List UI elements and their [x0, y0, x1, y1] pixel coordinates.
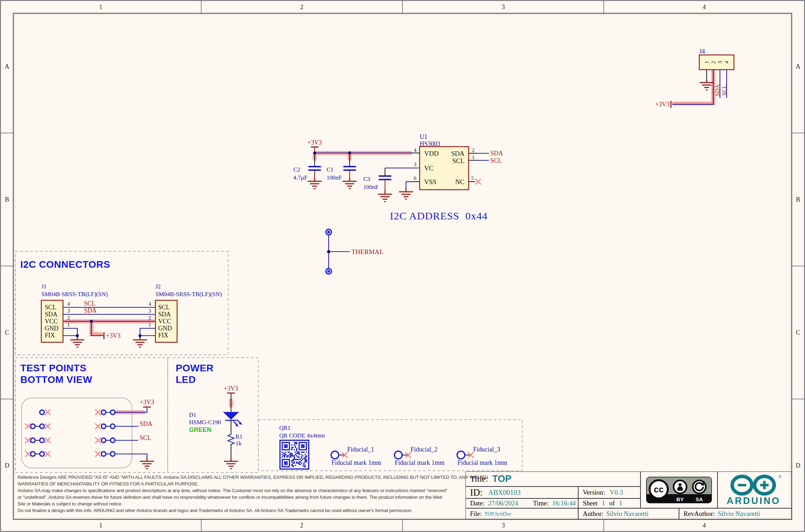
sheet-total: 1: [619, 499, 623, 507]
no-connect-x: [45, 410, 50, 415]
j2-pin-number: 2: [148, 315, 151, 321]
version-label: Version:: [583, 489, 605, 496]
sheet-title: TOP: [492, 474, 511, 484]
net-label-power: +3V3: [224, 385, 238, 392]
section-heading-bottom-view: BOTTOM VIEW: [20, 375, 92, 385]
u1-pin-number: 3: [414, 162, 416, 167]
section-heading-led: LED: [176, 375, 196, 385]
ground-symbol: [343, 178, 357, 189]
j2-pin-label: FIX: [158, 332, 168, 338]
fiducial-name: Fiducial_3: [473, 446, 500, 453]
thermal-pad: [326, 268, 331, 274]
author-value: Silvio Navaretti: [606, 510, 649, 518]
net-label-sda: SDA: [490, 150, 503, 156]
time-value: 16:16:44: [552, 499, 576, 507]
section-heading-test-points: TEST POINTS: [20, 363, 86, 373]
u1-pin-nc: NC: [455, 178, 464, 185]
zone-col-label: 2: [300, 4, 303, 10]
junction-dots: [76, 152, 351, 337]
j2-pin-label: SCL: [158, 304, 170, 310]
zone-col-label: 1: [99, 4, 103, 10]
j1-pin-label: SCL: [45, 304, 56, 310]
j4-refdes: J4: [699, 48, 705, 55]
j1-part: SM04B-SRSS-TB(LF)(SN): [41, 291, 108, 297]
c2-value: 4.7µF: [293, 175, 308, 181]
j1-pin-number: 4: [67, 301, 70, 307]
j2-pin-number: 4: [148, 301, 151, 307]
fiducial-name: Fiducial_2: [411, 446, 438, 453]
u1-pin-vc: VC: [424, 165, 433, 172]
id-value: ABX00103: [488, 489, 520, 497]
titleblock-id-cell: ID: ABX00103: [465, 486, 578, 498]
no-connect-x: [25, 451, 31, 457]
test-pad: [102, 452, 106, 456]
net-label-scl: SCL: [490, 158, 502, 164]
zone-col-label: 3: [502, 522, 505, 528]
thermal-pad: [326, 229, 331, 235]
u1-pin-number: 5: [471, 176, 474, 181]
zone-row-label: D: [5, 462, 9, 469]
ground-symbol: [308, 178, 322, 189]
net-label-sda: SDA: [714, 84, 720, 96]
net-highlights: [66, 71, 713, 412]
j1-pin-number: 2: [67, 315, 70, 321]
test-pad: [111, 410, 115, 415]
j2-part: SM04B-SRSS-TB(LF)(SN): [155, 291, 222, 297]
no-connect-x: [25, 424, 31, 429]
pin-stubs: [35, 70, 707, 458]
ground-symbol: [140, 458, 154, 469]
file-value: TOP.SchDoc: [484, 511, 512, 517]
date-value: 27/06/2024: [488, 499, 518, 507]
qr-label: QR CODE 4x4mm: [279, 433, 325, 439]
j1-pin-number: 3: [67, 308, 70, 314]
titleblock-version-cell: Version: V0.3: [578, 486, 640, 498]
titleblock-date-cell: Date: 27/06/2024 Time: 16:16:44: [465, 498, 578, 508]
titleblock-brand-cell: ® ARDUINO: [718, 471, 792, 508]
i2c-address-note: I2C ADDRESS 0x44: [390, 211, 488, 221]
schematic-sheet: 1 2 3 4 1 2 3 4 A B C D A B C D J4 1 2 3…: [0, 0, 805, 532]
led-symbol: [223, 412, 242, 427]
u1-pin-vdd: VDD: [424, 150, 439, 157]
legal-text-line: Arduino SA may make changes to specifica…: [18, 488, 447, 493]
d1-refdes: D1: [189, 412, 196, 418]
test-pad: [31, 424, 35, 429]
wires: [63, 70, 727, 458]
revauthor-label: RevAuthor:: [684, 510, 715, 518]
u1-pin-number: 2: [472, 148, 475, 153]
j2-refdes: J2: [155, 284, 161, 289]
sheet-label: Sheet: [583, 499, 597, 507]
net-label-scl: SCL: [721, 85, 727, 96]
ground-symbol: [224, 458, 238, 469]
j2-pin-label: VCC: [158, 318, 171, 324]
qr-refdes: QR1: [279, 425, 290, 431]
qr-code: [280, 440, 309, 469]
titleblock-sheet-cell: Sheet 1 of 1: [578, 498, 640, 508]
u1-pin-scl: SCL: [452, 158, 464, 164]
u1-part: HS3003: [420, 141, 440, 147]
no-connect-x: [95, 438, 101, 443]
j2-pin-number: 1: [148, 322, 151, 328]
test-pad: [111, 424, 115, 429]
test-pad: [40, 438, 44, 443]
test-pad: [31, 452, 35, 456]
revauthor-value: Silvio Navaretti: [718, 510, 760, 518]
test-pad: [31, 438, 35, 443]
zone-col-label: 4: [703, 4, 706, 10]
legal-text-line: WARRANTIES OF MERCHANTABILITY OR FITNESS…: [18, 482, 199, 486]
no-connect-x: [95, 451, 101, 457]
cc-sa-label: SA: [696, 496, 703, 502]
test-pad: [40, 410, 44, 415]
net-label-scl: SCL: [84, 300, 96, 307]
j2-pin-number: 3: [148, 308, 151, 314]
net-label-power: +3V3: [140, 399, 154, 405]
no-connect-x: [475, 179, 481, 184]
cc-by-label: BY: [677, 496, 684, 502]
zone-row-label: C: [796, 329, 800, 336]
test-pad: [102, 438, 106, 443]
legal-text-line: Site or Materials is subject to change w…: [18, 502, 122, 506]
ground-symbol: [70, 336, 84, 347]
j1-pin-label: FIX: [45, 332, 55, 338]
arduino-logo-icon: ® ARDUINO: [720, 473, 789, 507]
net-label-power: +3V3: [655, 101, 670, 107]
test-points-outline: [22, 398, 132, 468]
